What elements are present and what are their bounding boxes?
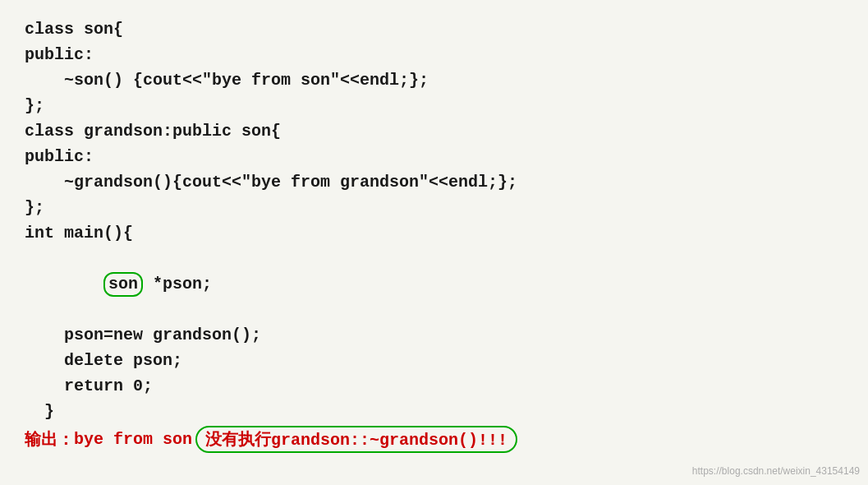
code-container: class son{ public: ~son() {cout<<"bye fr… xyxy=(0,0,868,485)
code-line-9: int main(){ xyxy=(25,220,843,246)
code-line-13: return 0; xyxy=(25,373,843,399)
code-line-5: class grandson:public son{ xyxy=(25,118,843,144)
code-line-14: } xyxy=(25,399,843,424)
code-line-6: public: xyxy=(25,144,843,169)
son-highlighted: son xyxy=(103,272,143,297)
code-line-7: ~grandson(){cout<<"bye from grandson"<<e… xyxy=(25,169,843,195)
output-label: 输出： xyxy=(25,428,74,450)
code-line-1: class son{ xyxy=(25,16,843,42)
watermark: https://blog.csdn.net/weixin_43154149 xyxy=(692,465,860,477)
code-line-son: son *pson; xyxy=(25,246,843,322)
output-annotation: 没有执行grandson::~grandson()!!! xyxy=(195,426,517,453)
code-line-2: public: xyxy=(25,42,843,67)
son-line-prefix xyxy=(64,275,103,293)
son-line-suffix: *pson; xyxy=(143,275,212,293)
code-line-12: delete pson; xyxy=(25,348,843,373)
code-line-8: }; xyxy=(25,195,843,220)
code-line-3: ~son() {cout<<"bye from son"<<endl;}; xyxy=(25,67,843,93)
output-row: 输出： bye from son 没有执行grandson::~grandson… xyxy=(25,426,843,453)
output-normal-text: bye from son xyxy=(74,430,192,449)
code-line-4: }; xyxy=(25,93,843,118)
code-line-11: pson=new grandson(); xyxy=(25,322,843,348)
